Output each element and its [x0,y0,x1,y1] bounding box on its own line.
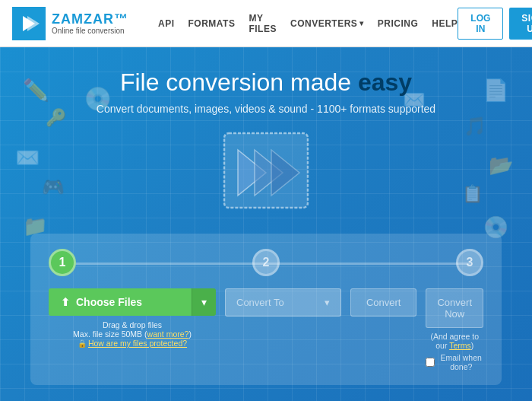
choose-files-section: ⬆ Choose Files ▾ Drag & drop files Max. … [49,288,216,348]
choose-files-button[interactable]: ⬆ Choose Files [49,288,192,316]
email-checkbox[interactable] [426,358,435,367]
want-more-link[interactable]: want more? [147,329,189,339]
hero-subtitle: Convert documents, images, videos & soun… [0,103,532,115]
play-icon-sketch [217,127,315,218]
drag-drop-text: Drag & drop files [49,320,216,329]
email-row: Email when done? [426,353,483,371]
choose-info: Drag & drop files Max. file size 50MB (w… [49,320,216,348]
protect-row: 🔒How are my files protected? [49,339,216,348]
upload-icon: ⬆ [61,296,70,308]
nav-link-formats[interactable]: FORMATS [188,18,236,29]
agree-text: (And agree to our Terms) [426,332,483,350]
convert-middle-button[interactable]: Convert [350,288,417,317]
logo-icon [12,7,46,40]
signup-button[interactable]: SIGN UP [509,8,532,40]
choose-files-label: Choose Files [76,296,142,308]
navbar: ZAMZAR™ Online file conversion API FORMA… [0,0,532,47]
step-3: 3 [456,249,483,276]
agree-suffix: ) [471,341,474,350]
choose-files-dropdown-button[interactable]: ▾ [192,288,216,316]
svg-marker-1 [27,16,40,31]
lock-icon: 🔒 [78,339,87,348]
login-button[interactable]: LOG IN [458,8,503,40]
convert-to-arrow-icon: ▾ [325,297,330,308]
hero-title: File conversion made easy [0,68,532,97]
nav-link-help[interactable]: HELP [432,18,458,29]
nav-link-converters[interactable]: CONVERTERS [290,18,364,29]
logo-area: ZAMZAR™ Online file conversion [12,7,134,40]
convert-to-section: Convert To ▾ [225,288,341,317]
step-1: 1 [49,249,76,276]
terms-link[interactable]: Terms [449,341,471,350]
nav-actions: LOG IN SIGN UP [458,8,532,40]
nav-link-pricing[interactable]: PRICING [378,18,419,29]
logo-name: ZAMZAR™ [52,12,128,26]
logo-tagline: Online file conversion [52,27,128,35]
action-row: ⬆ Choose Files ▾ Drag & drop files Max. … [49,288,483,371]
hero-content: File conversion made easy Convert docume… [0,47,532,385]
email-label: Email when done? [439,353,483,371]
convert-now-section: Convert Now (And agree to our Terms) Ema… [426,288,483,371]
convert-middle-section: Convert [350,288,417,317]
convert-now-button[interactable]: Convert Now [426,288,483,328]
step-2: 2 [252,249,280,276]
nav-links: API FORMATS MY FILES CONVERTERS PRICING … [158,13,458,34]
converter-panel: 1 2 3 ⬆ Choose Files ▾ [30,234,502,385]
logo-text: ZAMZAR™ Online file conversion [52,12,128,35]
convert-to-button[interactable]: Convert To ▾ [225,288,341,317]
protect-link[interactable]: How are my files protected? [88,339,187,348]
convert-to-label: Convert To [236,297,284,308]
hero-title-text: File conversion made [120,68,358,96]
max-size-text: Max. file size 50MB ( [73,329,147,339]
hero-title-accent: easy [358,68,412,96]
max-size-row: Max. file size 50MB (want more?) [49,329,216,339]
nav-link-my-files[interactable]: MY FILES [249,13,277,34]
choose-files-group: ⬆ Choose Files ▾ [49,288,216,316]
nav-link-api[interactable]: API [158,18,175,29]
hero-section: ✏️ 🔑 ✉️ 🎮 💿 📁 📄 🎵 📂 📋 💿 ✉️ File conversi… [0,47,532,401]
steps-row: 1 2 3 [49,249,483,276]
